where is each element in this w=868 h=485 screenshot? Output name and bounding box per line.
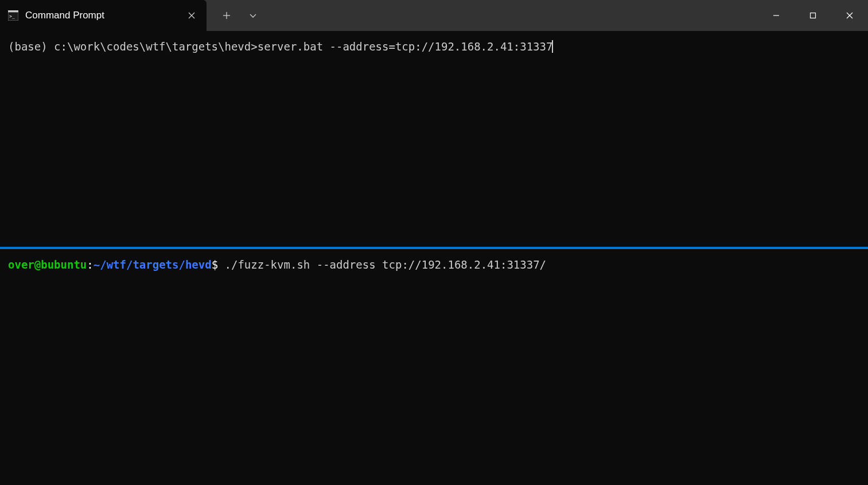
prompt-colon: : [87, 258, 93, 271]
cmd-command: server.bat --address=tcp://192.168.2.41:… [258, 40, 553, 53]
cmd-icon: >_ [8, 10, 18, 21]
bottom-pane[interactable]: over@bubuntu:~/wtf/targets/hevd$ ./fuzz-… [0, 249, 868, 485]
tab-command-prompt[interactable]: >_ Command Prompt [0, 0, 207, 31]
svg-text:>_: >_ [9, 14, 15, 19]
window-controls [758, 0, 868, 31]
cmd-prompt: (base) c:\work\codes\wtf\targets\hevd> [8, 40, 258, 53]
tab-actions [207, 0, 266, 31]
tab-dropdown-button[interactable] [240, 0, 266, 31]
minimize-button[interactable] [758, 0, 795, 31]
terminal-content: (base) c:\work\codes\wtf\targets\hevd>se… [0, 31, 868, 485]
prompt-dollar: $ [212, 258, 218, 271]
prompt-path: ~/wtf/targets/hevd [94, 258, 212, 271]
prompt-host: bubuntu [41, 258, 87, 271]
titlebar: >_ Command Prompt [0, 0, 868, 31]
prompt-user: over [8, 258, 34, 271]
new-tab-button[interactable] [213, 0, 240, 31]
top-pane[interactable]: (base) c:\work\codes\wtf\targets\hevd>se… [0, 31, 868, 247]
prompt-at: @ [34, 258, 41, 271]
cursor-icon [552, 40, 553, 53]
tab-title: Command Prompt [25, 10, 185, 21]
bash-command: ./fuzz-kvm.sh --address tcp://192.168.2.… [218, 258, 546, 271]
svg-rect-1 [8, 10, 18, 12]
close-button[interactable] [831, 0, 868, 31]
tab-close-button[interactable] [185, 9, 198, 22]
maximize-button[interactable] [795, 0, 831, 31]
svg-rect-8 [811, 13, 816, 18]
